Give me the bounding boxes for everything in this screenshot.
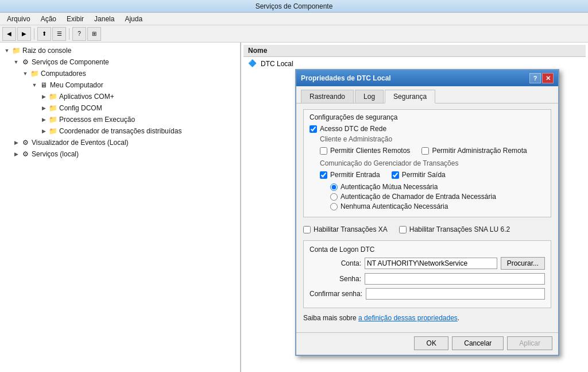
dialog-close-button[interactable]: ✕	[542, 73, 554, 83]
learn-more-row: Saiba mais sobre a definição dessas prop…	[303, 314, 551, 322]
confirm-senha-label: Confirmar senha:	[310, 290, 362, 298]
check-remote-clients-label: Permitir Clientes Remotos	[330, 147, 410, 155]
section1-label: Configurações de segurança	[310, 113, 545, 121]
radio-no-auth[interactable]	[330, 203, 338, 210]
dialog-help-button[interactable]: ?	[529, 73, 541, 83]
conta-input[interactable]	[365, 258, 497, 269]
radio-none-row: Nenhuma Autenticação Necessária	[330, 202, 545, 210]
dialog-title-text: Propriedades de DTC Local	[301, 74, 529, 82]
tab-rastreando[interactable]: Rastreando	[301, 90, 354, 103]
check-remote-clients[interactable]	[320, 147, 327, 155]
check-network-access-label: Acesso DTC de Rede	[320, 125, 386, 133]
radio-caller-row: Autenticação de Chamador de Entrada Nece…	[330, 193, 545, 201]
transaction-subsection: Comunicação do Gerenciador de Transações…	[320, 159, 545, 210]
modal-overlay: Propriedades de DTC Local ? ✕ Rastreando…	[0, 0, 588, 372]
apply-button[interactable]: Aplicar	[507, 336, 552, 350]
check-inbound[interactable]	[320, 171, 327, 179]
sub-label-client: Cliente e Administração	[320, 135, 545, 143]
check-sna[interactable]	[399, 226, 407, 233]
client-admin-subsection: Cliente e Administração Permitir Cliente…	[320, 135, 545, 157]
check-remote-admin-label: Permitir Administração Remota	[432, 147, 527, 155]
check-sna-label: Habilitar Transações SNA LU 6.2	[409, 225, 510, 233]
conta-row: Conta: Procurar...	[310, 257, 545, 270]
remote-clients-row: Permitir Clientes Remotos	[320, 147, 410, 155]
confirm-senha-input[interactable]	[366, 288, 545, 300]
browse-button[interactable]: Procurar...	[501, 257, 545, 270]
tab-seguranca[interactable]: Segurança	[385, 90, 435, 103]
logon-title: Conta de Logon DTC	[310, 246, 545, 254]
senha-label: Senha:	[310, 275, 361, 283]
client-checkboxes: Permitir Clientes Remotos Permitir Admin…	[320, 144, 545, 157]
dialog-dtc-properties: Propriedades de DTC Local ? ✕ Rastreando…	[295, 69, 559, 356]
ok-button[interactable]: OK	[414, 336, 448, 350]
confirm-senha-row: Confirmar senha:	[310, 288, 545, 300]
check-remote-admin[interactable]	[421, 147, 429, 155]
dialog-title-bar: Propriedades de DTC Local ? ✕	[296, 70, 558, 86]
inbound-row: Permitir Entrada	[320, 171, 380, 179]
radio-mutual-label: Autenticação Mútua Necessária	[341, 183, 438, 191]
logon-section: Conta de Logon DTC Conta: Procurar... Se…	[303, 240, 551, 308]
tab-log[interactable]: Log	[355, 90, 384, 103]
radio-mutual-auth[interactable]	[330, 183, 338, 191]
radio-mutual-row: Autenticação Mútua Necessária	[330, 183, 545, 191]
dialog-buttons: OK Cancelar Aplicar	[296, 332, 558, 355]
learn-more-link[interactable]: a definição dessas propriedades	[358, 314, 458, 322]
conta-label: Conta:	[310, 259, 361, 267]
xa-row: Habilitar Transações XA	[303, 225, 388, 233]
check-xa-label: Habilitar Transações XA	[314, 225, 388, 233]
xa-sna-row: Habilitar Transações XA Habilitar Transa…	[303, 223, 551, 236]
senha-row: Senha:	[310, 273, 545, 285]
remote-admin-row: Permitir Administração Remota	[421, 147, 527, 155]
check-xa[interactable]	[303, 226, 311, 233]
security-section: Configurações de segurança Acesso DTC de…	[303, 109, 551, 217]
dialog-controls: ? ✕	[529, 73, 554, 83]
radio-none-label: Nenhuma Autenticação Necessária	[341, 202, 448, 210]
radio-caller-auth[interactable]	[330, 193, 338, 201]
check-outbound-label: Permitir Saída	[402, 171, 446, 179]
dialog-content: Configurações de segurança Acesso DTC de…	[296, 103, 558, 332]
radio-caller-label: Autenticação de Chamador de Entrada Nece…	[341, 193, 496, 201]
tabs-bar: Rastreando Log Segurança	[296, 86, 558, 103]
network-access-row: Acesso DTC de Rede	[310, 125, 545, 133]
link-suffix: .	[458, 314, 459, 322]
senha-input[interactable]	[365, 273, 545, 285]
outbound-row: Permitir Saída	[392, 171, 446, 179]
sna-row: Habilitar Transações SNA LU 6.2	[399, 225, 510, 233]
check-inbound-label: Permitir Entrada	[330, 171, 380, 179]
transaction-checkboxes: Permitir Entrada Permitir Saída	[320, 168, 545, 181]
cancel-button[interactable]: Cancelar	[452, 336, 504, 350]
link-text-prefix: Saiba mais sobre	[303, 314, 358, 322]
check-outbound[interactable]	[392, 171, 399, 179]
sub-label-transaction: Comunicação do Gerenciador de Transações	[320, 159, 545, 167]
check-network-access[interactable]	[310, 125, 317, 133]
